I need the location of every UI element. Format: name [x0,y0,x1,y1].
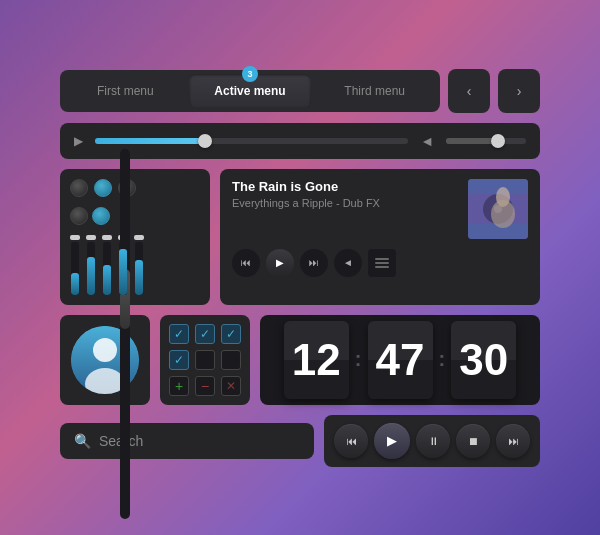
eq-thumb-5[interactable] [134,235,144,240]
button-x[interactable]: ✕ [221,376,241,396]
flip-seconds-value: 30 [459,338,508,382]
check-icon-4: ✓ [174,353,184,367]
flip-hours: 12 [284,321,349,399]
eq-bar-3 [103,242,111,295]
minus-icon: − [201,378,209,394]
music-artist: Everythings a Ripple - Dub FX [232,197,458,209]
eq-music-row: The Rain is Gone Everythings a Ripple - … [60,169,540,305]
checkbox-6[interactable] [221,350,241,370]
music-player: The Rain is Gone Everythings a Ripple - … [220,169,540,305]
flipclock: 12 : 47 : 30 [260,315,540,405]
check-icon-2: ✓ [200,327,210,341]
music-playlist-button[interactable] [368,249,396,277]
eq-bar-fill-4 [119,249,127,294]
checkbox-4[interactable]: ✓ [169,350,189,370]
checkbox-1[interactable]: ✓ [169,324,189,344]
eq-thumb-3[interactable] [102,235,112,240]
svg-point-5 [491,200,515,228]
search-box[interactable]: 🔍 Search [60,423,314,459]
flip-sep-2: : [437,348,448,371]
eq-knobs [70,179,200,197]
check-icon-1: ✓ [174,327,184,341]
svg-point-7 [93,338,117,362]
list-line-2 [375,262,389,264]
music-mute-button[interactable]: ◄ [334,249,362,277]
volume-icon: ◄ [420,133,434,149]
eq-slider-5[interactable] [134,235,144,295]
widgets-row: ✓ ✓ ✓ ✓ + − ✕ 12 : 47 : 30 [60,315,540,405]
album-art [468,179,528,239]
eq-slider-1[interactable] [70,235,80,295]
eq-bar-5 [135,242,143,295]
eq-bar-fill-1 [71,273,79,294]
eq-thumb-2[interactable] [86,235,96,240]
eq-knob-1[interactable] [70,179,88,197]
music-forward-button[interactable]: ⏭ [300,249,328,277]
playback-controls: ⏮ ▶ ⏸ ⏹ ⏭ [324,415,540,467]
checkbox-5[interactable] [195,350,215,370]
list-line-3 [375,266,389,268]
music-text: The Rain is Gone Everythings a Ripple - … [232,179,458,239]
eq-knob-4[interactable] [70,207,88,225]
eq-knob-5[interactable] [92,207,110,225]
pb-play-button[interactable]: ▶ [374,423,410,459]
search-icon: 🔍 [74,433,91,449]
eq-sliders [70,235,200,295]
button-plus[interactable]: + [169,376,189,396]
music-title: The Rain is Gone [232,179,458,194]
pb-rewind-button[interactable]: ⏮ [334,424,368,458]
checkbox-3[interactable]: ✓ [221,324,241,344]
eq-bar-fill-3 [103,265,111,294]
music-controls: ⏮ ▶ ⏭ ◄ [232,249,528,277]
button-minus[interactable]: − [195,376,215,396]
progress-fill [95,138,205,144]
eq-slider-2[interactable] [86,235,96,295]
player-row: ▶ ◄ [60,123,540,159]
check-icon-3: ✓ [226,327,236,341]
chevron-left-icon: ‹ [467,83,472,99]
volume-thumb[interactable] [491,134,505,148]
eq-bar-2 [87,242,95,295]
music-play-button[interactable]: ▶ [266,249,294,277]
nav-item-first[interactable]: First menu [64,74,187,108]
plus-icon: + [175,378,183,394]
eq-slider-3[interactable] [102,235,112,295]
nav-badge: 3 [242,66,258,82]
x-icon: ✕ [226,379,236,393]
eq-bar-fill-2 [87,257,95,294]
eq-bar-fill-5 [135,260,143,294]
pb-next-button[interactable]: ⏭ [496,424,530,458]
flip-seconds: 30 [451,321,516,399]
flip-hours-value: 12 [292,338,341,382]
list-line-1 [375,258,389,260]
equalizer-panel [60,169,210,305]
music-rewind-button[interactable]: ⏮ [232,249,260,277]
progress-bar[interactable] [95,138,408,144]
progress-thumb[interactable] [198,134,212,148]
eq-thumb-1[interactable] [70,235,80,240]
checkbox-panel: ✓ ✓ ✓ ✓ + − ✕ [160,315,250,405]
chevron-right-icon: › [517,83,522,99]
pb-stop-button[interactable]: ⏹ [456,424,490,458]
nav-arrow-left[interactable]: ‹ [448,69,490,113]
eq-slider-4[interactable] [118,235,128,295]
checkbox-2[interactable]: ✓ [195,324,215,344]
ui-kit-container: 3 First menu Active menu Third menu ‹ › … [60,69,540,467]
mini-play-button[interactable]: ▶ [74,134,83,148]
flip-minutes: 47 [368,321,433,399]
flip-minutes-value: 47 [376,338,425,382]
nav-menu: 3 First menu Active menu Third menu [60,70,440,112]
eq-bar-1 [71,242,79,295]
eq-knob-2[interactable] [94,179,112,197]
nav-row: 3 First menu Active menu Third menu ‹ › [60,69,540,113]
flip-sep-1: : [353,348,364,371]
sidebar-scrollbar[interactable] [120,149,130,519]
nav-arrow-right[interactable]: › [498,69,540,113]
music-info-row: The Rain is Gone Everythings a Ripple - … [232,179,528,239]
volume-bar[interactable] [446,138,526,144]
nav-item-third[interactable]: Third menu [313,74,436,108]
avatar-panel [60,315,150,405]
eq-bar-4 [119,242,127,295]
bottom-row: 🔍 Search ⏮ ▶ ⏸ ⏹ ⏭ [60,415,540,467]
pb-pause-button[interactable]: ⏸ [416,424,450,458]
